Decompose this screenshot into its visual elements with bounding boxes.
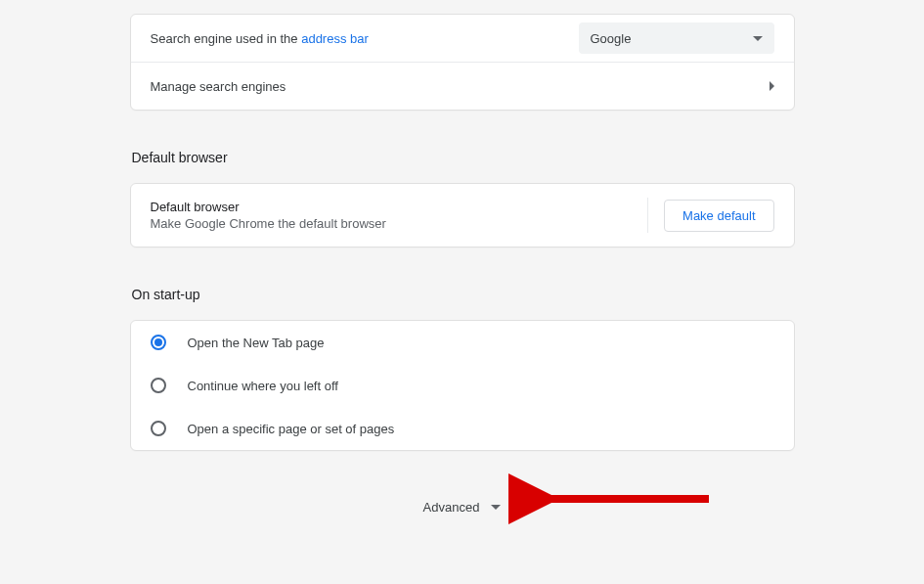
manage-search-engines-row[interactable]: Manage search engines	[131, 63, 794, 110]
search-engine-card: Search engine used in the address bar Go…	[130, 14, 795, 111]
default-browser-row: Default browser Make Google Chrome the d…	[131, 184, 794, 247]
advanced-toggle[interactable]: Advanced	[130, 500, 795, 515]
default-browser-title: Default browser	[151, 200, 386, 214]
startup-option-label: Open the New Tab page	[188, 336, 325, 350]
startup-section-title: On start-up	[132, 287, 795, 302]
manage-search-engines-label: Manage search engines	[151, 79, 286, 94]
default-browser-card: Default browser Make Google Chrome the d…	[130, 183, 795, 247]
startup-option-continue[interactable]: Continue where you left off	[131, 364, 794, 407]
radio-icon[interactable]	[151, 378, 166, 393]
startup-option-specific-page[interactable]: Open a specific page or set of pages	[131, 407, 794, 450]
vertical-divider	[647, 198, 648, 233]
search-engine-selected: Google	[591, 31, 632, 46]
caret-down-icon	[491, 505, 501, 510]
chevron-right-icon	[770, 81, 774, 91]
advanced-label: Advanced	[423, 500, 480, 515]
search-engine-select[interactable]: Google	[579, 22, 774, 54]
default-browser-section-title: Default browser	[132, 150, 795, 165]
startup-option-label: Open a specific page or set of pages	[188, 422, 395, 436]
search-engine-label: Search engine used in the address bar	[151, 31, 369, 46]
startup-option-new-tab[interactable]: Open the New Tab page	[131, 321, 794, 364]
make-default-button[interactable]: Make default	[664, 200, 773, 232]
search-engine-label-text: Search engine used in the	[151, 31, 302, 46]
radio-icon[interactable]	[151, 421, 166, 436]
caret-down-icon	[753, 36, 763, 41]
default-browser-text: Default browser Make Google Chrome the d…	[151, 200, 386, 231]
startup-option-label: Continue where you left off	[188, 379, 338, 393]
address-bar-link[interactable]: address bar	[301, 31, 369, 46]
search-engine-row: Search engine used in the address bar Go…	[131, 15, 794, 62]
startup-card: Open the New Tab page Continue where you…	[130, 320, 795, 451]
default-browser-desc: Make Google Chrome the default browser	[151, 216, 386, 231]
radio-icon[interactable]	[151, 335, 166, 350]
